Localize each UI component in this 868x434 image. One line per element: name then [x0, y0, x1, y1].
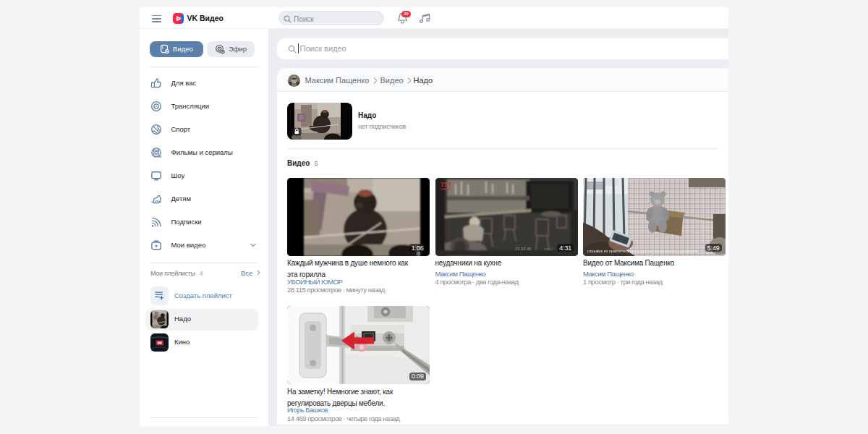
svg-text:23.33.45: 23.33.45 [515, 247, 532, 251]
svg-text:cam 2: cam 2 [544, 247, 553, 251]
svg-text:CHANNEL: CHANNEL [441, 188, 451, 191]
svg-text:отрывок из практического курса: отрывок из практического курса по фотогр… [587, 249, 698, 253]
svg-text:TNT: TNT [441, 182, 451, 188]
